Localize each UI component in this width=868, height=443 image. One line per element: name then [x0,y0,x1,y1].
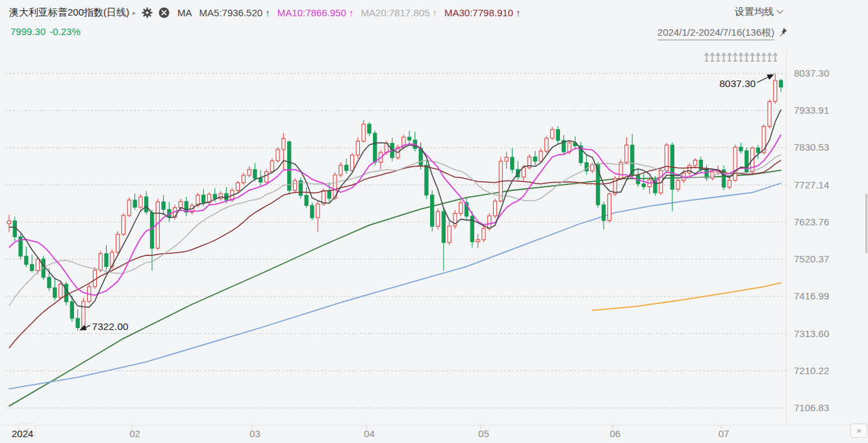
candle-body [550,130,554,138]
chevron-down-icon [776,10,784,14]
event-marker-icon [739,53,743,61]
candle-body [779,81,782,87]
price-annotation: 8037.30 [719,78,756,89]
ma-legend: MA5:7936.520 ↑MA10:7866.950 ↑MA20:7817.8… [192,7,521,18]
candle-body [345,165,348,170]
candle-body [145,197,148,212]
annotation-arrow [757,75,773,82]
candle-body [36,259,39,271]
y-axis-label: 7106.83 [794,402,829,413]
y-axis-label: 7210.22 [794,365,829,376]
x-axis-label: 05 [478,428,489,439]
last-price-group: 7999.30-0.23% [10,26,84,37]
close-icon[interactable] [159,7,170,18]
ma-legend-item: MA5:7936.520 ↑ [199,7,270,18]
candle-body [25,256,28,264]
candle-body [242,175,245,183]
ma-line-ma120 [9,183,781,389]
candle-body [431,195,434,226]
candle-body [47,277,51,288]
candle-body [493,201,496,216]
price-change-percent: -0.23% [49,26,81,37]
candle-body [116,234,120,253]
candle-body [693,160,696,166]
candle-body [350,155,353,171]
candle-body [248,170,251,175]
candle-body [522,168,525,177]
pin-icon[interactable] [778,27,787,40]
chart-header: 澳大利亚标普200指数(日线) ▸ MA MA5:7936.520 ↑MA10: [9,5,521,20]
candle-body [756,148,760,153]
candle-body [316,204,320,218]
candle-body [282,138,285,149]
date-range-label[interactable]: 2024/1/2-2024/7/16(136根) [657,27,774,40]
candle-body [436,212,439,227]
ma-line-ma30 [9,160,781,348]
event-marker-icon [762,53,766,61]
candle-body [642,184,645,186]
candle-body [64,285,68,302]
candle-body [488,216,491,228]
candle-body [625,145,628,162]
candle-body [482,229,485,240]
candle-body [459,203,463,214]
candle-body [768,101,771,126]
candle-body [511,157,514,170]
candle-body [374,133,377,162]
pan-right-button[interactable]: » [850,424,867,438]
event-marker-icon [767,53,771,61]
candle-body [202,195,205,203]
y-axis-label: 7933.91 [794,105,829,116]
x-axis-label: 07 [719,428,730,439]
candle-body [276,149,279,161]
y-axis-label: 7313.60 [794,328,829,339]
candlestick-chart[interactable]: 8037.307933.917830.537727.147623.767520.… [0,0,868,443]
candle-body [688,166,691,173]
candle-body [442,212,445,243]
candle-body [676,181,680,190]
candle-body [264,171,268,182]
candle-body [356,141,359,155]
gear-icon[interactable] [142,7,153,18]
candle-body [739,147,743,151]
scrollbar-thumb [865,194,867,253]
y-axis-label: 8037.30 [794,68,829,79]
y-axis-label: 7623.76 [794,216,829,227]
event-marker-icon [705,53,709,61]
stock-chart-screen: 澳大利亚标普200指数(日线) ▸ MA MA5:7936.520 ↑MA10: [0,0,868,443]
event-marker-icon [756,53,760,61]
candle-body [150,212,153,248]
event-marker-icon [734,53,737,61]
event-marker-icon [773,53,777,61]
y-axis-label: 7416.99 [794,290,829,301]
candle-body [533,157,537,162]
expand-triangle-icon[interactable]: ▸ [133,9,136,16]
ma-legend-item: MA20:7817.805 ↑ [361,7,437,18]
candle-body [82,301,85,327]
candle-body [602,205,606,220]
candle-body [59,285,62,297]
instrument-title[interactable]: 澳大利亚标普200指数(日线) [9,6,129,19]
candle-body [105,253,108,266]
candle-body [505,157,508,161]
candle-body [368,124,371,133]
event-marker-icon [728,53,732,61]
candle-body [293,181,296,190]
candle-body [539,151,542,161]
ma-settings-dropdown[interactable]: 设置均线 [735,6,784,18]
candle-body [362,124,365,141]
candle-body [70,302,73,318]
candle-body [339,165,342,175]
candle-body [99,253,102,270]
ma-legend-item: MA30:7798.910 ↑ [444,7,521,18]
candle-body [545,138,548,151]
x-axis-label: 2024 [12,428,33,439]
candle-body [121,216,125,234]
candle-body [734,147,737,181]
ma-line-ma5 [9,110,781,307]
event-marker-icon [745,53,748,61]
candle-body [311,205,314,218]
candle-body [236,183,239,190]
candle-body [407,137,411,140]
candle-body [425,165,428,195]
